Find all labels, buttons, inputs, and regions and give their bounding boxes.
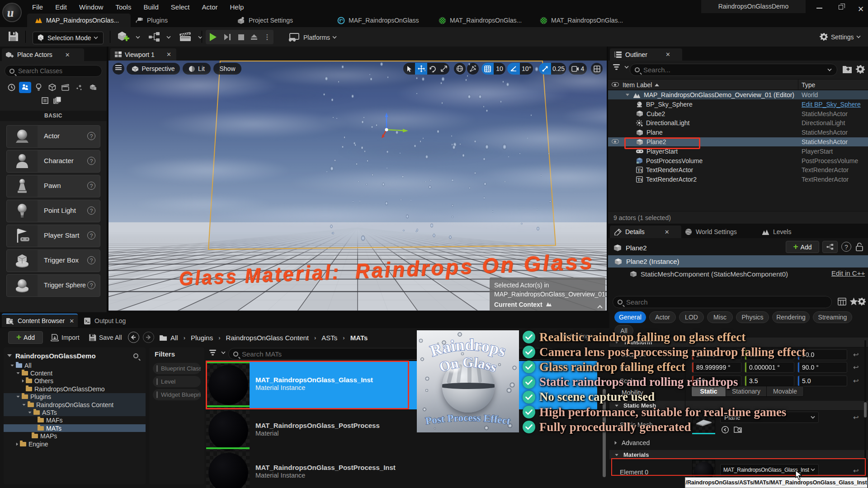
svg-text:Post Process Effect: Post Process Effect xyxy=(425,412,511,427)
svg-text:Tt: Tt xyxy=(637,167,642,173)
svg-text:On Glass: On Glass xyxy=(437,354,499,375)
svg-text:Tt: Tt xyxy=(637,177,642,182)
